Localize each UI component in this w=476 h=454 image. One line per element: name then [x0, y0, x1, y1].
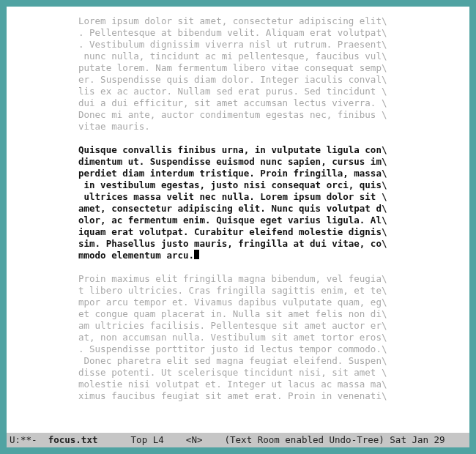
text-line[interactable]: nunc nulla, tincidunt ac mi pellentesque…	[78, 51, 387, 62]
text-line[interactable]: olor, ac fermentum enim. Quisque eget va…	[78, 215, 387, 226]
text-line[interactable]: ximus faucibus feugiat sit amet erat. Pr…	[78, 390, 387, 401]
modeline-narrow: <N>	[186, 434, 203, 445]
text-line[interactable]: Quisque convallis finibus urna, in vulpu…	[78, 144, 387, 155]
modeline-modes: (Text Room enabled Undo-Tree)	[225, 434, 384, 445]
text-line[interactable]: vitae mauris.	[78, 121, 150, 132]
text-line[interactable]: mpor arcu tempor et. Vivamus dapibus vul…	[78, 297, 387, 308]
text-line[interactable]: et congue quam placerat in. Nulla sit am…	[78, 308, 387, 319]
text-line[interactable]: amet, consectetur adipiscing elit. Nunc …	[78, 203, 387, 214]
text-line[interactable]: er. Suspendisse quis diam dolor. Integer…	[78, 74, 387, 85]
blank-line	[7, 261, 469, 273]
text-line[interactable]: putate lorem. Nam fermentum libero vitae…	[78, 62, 387, 73]
text-buffer[interactable]: Lorem ipsum dolor sit amet, consectetur …	[7, 7, 469, 433]
text-line[interactable]: Lorem ipsum dolor sit amet, consectetur …	[78, 15, 387, 26]
text-line[interactable]: . Suspendisse porttitor justo id lectus …	[78, 343, 387, 354]
text-line[interactable]: t libero ultricies. Cras fringilla sagit…	[78, 285, 387, 296]
modeline-status: U:**-	[10, 434, 37, 445]
text-line[interactable]: in vestibulum egestas, justo nisi conseq…	[78, 179, 387, 190]
dimmed-paragraph[interactable]: Lorem ipsum dolor sit amet, consectetur …	[7, 15, 469, 133]
editor-window: Lorem ipsum dolor sit amet, consectetur …	[0, 0, 476, 454]
text-line[interactable]: dui a dui efficitur, sit amet accumsan l…	[78, 97, 387, 108]
focused-paragraph[interactable]: Quisque convallis finibus urna, in vulpu…	[7, 144, 469, 261]
text-line[interactable]: perdiet diam interdum tristique. Proin f…	[78, 168, 387, 179]
text-line[interactable]: at, non accumsan nulla. Vestibulum sit a…	[78, 332, 387, 343]
text-line[interactable]: . Pellentesque at bibendum velit. Aliqua…	[78, 27, 387, 38]
text-line[interactable]: Donec pharetra elit sed magna feugiat el…	[78, 355, 387, 366]
text-cursor	[194, 250, 199, 259]
text-line[interactable]: . Vestibulum dignissim viverra nisl ut r…	[78, 39, 387, 50]
dimmed-paragraph[interactable]: Proin maximus elit fringilla magna biben…	[7, 273, 469, 402]
text-line[interactable]: am ultricies facilisis. Pellentesque sit…	[78, 320, 387, 331]
blank-line	[7, 133, 469, 144]
text-line[interactable]: molestie nisi volutpat et. Integer ut la…	[78, 379, 387, 390]
text-line[interactable]: dimentum ut. Suspendisse euismod nunc sa…	[78, 156, 387, 167]
modeline-date: Sat Jan 29	[390, 434, 445, 445]
text-line[interactable]: ultrices massa velit nec nulla. Lorem ip…	[78, 191, 387, 202]
modeline-filename: focus.txt	[48, 434, 98, 445]
modeline: U:**- focus.txt Top L4 <N> (Text Room en…	[7, 433, 469, 447]
text-line[interactable]: iquam erat volutpat. Curabitur eleifend …	[78, 226, 387, 237]
modeline-position: Top L4	[131, 434, 164, 445]
text-line[interactable]: Donec mi ante, auctor condimentum egesta…	[78, 109, 387, 120]
text-line[interactable]: mmodo elementum arcu.	[78, 250, 194, 261]
text-line[interactable]: lis ex ac auctor. Nullam sed erat purus.…	[78, 86, 387, 97]
text-line[interactable]: disse potenti. Ut scelerisque tincidunt …	[78, 367, 387, 378]
text-line[interactable]: sim. Phasellus justo mauris, fringilla a…	[78, 238, 387, 249]
text-line[interactable]: Proin maximus elit fringilla magna biben…	[78, 273, 387, 284]
